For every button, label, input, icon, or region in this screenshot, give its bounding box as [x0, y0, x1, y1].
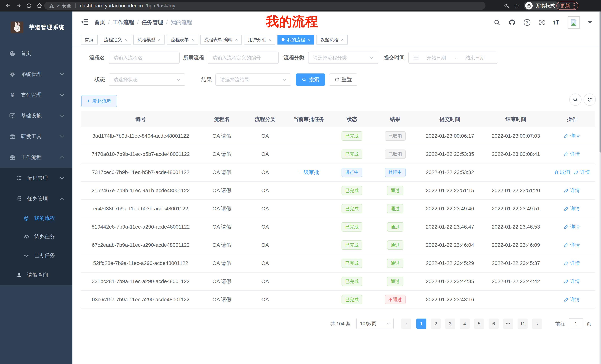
detail-link[interactable]: 详情	[564, 242, 580, 248]
sidebar-item-devtools[interactable]: 研发工具	[0, 126, 72, 147]
tab-start-process[interactable]: 发起流程	[316, 35, 348, 45]
address-bar[interactable]: 不安全 dashboard.yudao.iocoder.cn/bpm/task/…	[44, 2, 485, 10]
page-size-select[interactable]: 10条/页	[356, 318, 394, 329]
tab-user-group[interactable]: 用户分组	[244, 35, 275, 45]
toolbar-refresh-button[interactable]	[583, 94, 596, 106]
pagination-page-3[interactable]: 3	[445, 318, 455, 329]
current-task-link[interactable]: 一级审批	[299, 169, 319, 175]
close-tab-icon[interactable]	[308, 38, 310, 42]
help-icon[interactable]	[524, 19, 531, 26]
pagination-page-11[interactable]: 11	[518, 318, 528, 329]
app-logo-row[interactable]: 芋道管理系统	[0, 11, 72, 43]
sidebar-item-done-tasks[interactable]: 已办任务	[0, 246, 72, 265]
search-icon[interactable]	[494, 19, 500, 26]
result-badge: 已取消	[385, 150, 406, 159]
browser-home-icon[interactable]	[36, 3, 42, 9]
close-tab-icon[interactable]	[269, 38, 271, 42]
close-tab-icon[interactable]	[341, 38, 344, 42]
pagination-page-1[interactable]: 1	[416, 318, 426, 329]
github-icon[interactable]	[509, 19, 516, 26]
reset-button[interactable]: 重置	[329, 74, 357, 86]
start-process-button[interactable]: 发起流程	[81, 95, 117, 107]
cell-submit-time: 2022-01-22 23:53:32	[417, 169, 483, 175]
pagination-jump-input[interactable]	[569, 318, 583, 329]
cell-submit-time: 2022-01-22 23:46:04	[417, 242, 483, 248]
pagination-next-button[interactable]	[532, 318, 542, 329]
font-size-icon[interactable]	[553, 19, 559, 26]
tab-process-definition[interactable]: 流程定义	[100, 35, 131, 45]
chevron-down-icon	[369, 57, 373, 59]
close-tab-icon[interactable]	[158, 38, 160, 42]
cancel-link[interactable]: 取消	[554, 169, 570, 175]
sidebar-item-todo-tasks[interactable]: 待办任务	[0, 228, 72, 246]
process-name-input-field[interactable]	[113, 55, 175, 61]
status-select[interactable]: 请选择状态	[109, 74, 185, 86]
eye-closed-icon	[23, 252, 29, 258]
close-tab-icon[interactable]	[191, 38, 194, 42]
bookmark-star-icon[interactable]: ☆	[514, 2, 520, 10]
sidebar-item-my-processes[interactable]: 我的流程	[0, 209, 72, 228]
detail-link[interactable]: 详情	[564, 296, 580, 303]
process-definition-input-field[interactable]	[212, 55, 274, 61]
pagination-page-4[interactable]: 4	[460, 318, 470, 329]
pagination-page-6[interactable]: 6	[489, 318, 499, 329]
breadcrumb-item[interactable]: 首页	[94, 19, 105, 26]
sidebar-item-task-management[interactable]: 任务管理	[0, 188, 72, 209]
detail-link[interactable]: 详情	[564, 133, 580, 139]
active-tab-dot	[281, 38, 285, 41]
close-tab-icon[interactable]	[124, 38, 127, 42]
search-button[interactable]: 搜索	[296, 74, 325, 86]
security-warning-icon[interactable]	[49, 3, 54, 8]
sidebar-item-process-management[interactable]: 流程管理	[0, 168, 72, 188]
cancel-label: 取消	[560, 169, 570, 175]
pagination-page-5[interactable]: 5	[474, 318, 484, 329]
sidebar-item-infrastructure[interactable]: 基础设施	[0, 105, 72, 126]
status-badge: 已完成	[341, 240, 362, 250]
browser-back-icon[interactable]	[5, 3, 11, 9]
toolbar-search-toggle-button[interactable]	[569, 94, 581, 106]
tab-process-form-edit[interactable]: 流程表单-编辑	[200, 35, 242, 45]
update-label[interactable]: 更新	[560, 2, 570, 9]
result-select[interactable]: 请选择流结果	[215, 74, 291, 86]
sidebar-item-system[interactable]: 系统管理	[0, 64, 72, 85]
password-key-icon[interactable]	[504, 3, 510, 9]
security-label[interactable]: 不安全	[57, 3, 71, 9]
sidebar-item-leave-query[interactable]: 请假查询	[0, 265, 72, 285]
process-definition-input[interactable]	[208, 52, 279, 64]
detail-link[interactable]: 详情	[564, 151, 580, 157]
cell-category: OA	[243, 224, 287, 230]
browser-scrollbar-thumb[interactable]	[600, 11, 601, 153]
browser-update-button[interactable]: 更新	[556, 2, 578, 10]
cell-process-name: OA 请假	[200, 187, 243, 194]
tab-my-processes[interactable]: 我的流程	[278, 35, 314, 45]
detail-link[interactable]: 详情	[564, 278, 580, 285]
browser-forward-icon[interactable]	[16, 3, 21, 9]
breadcrumb-item[interactable]: 工作流程	[112, 19, 134, 26]
submit-time-range-picker[interactable]: 开始日期 - 结束日期	[408, 52, 497, 64]
sidebar-item-workflow[interactable]: 工作流程	[0, 147, 72, 168]
detail-link[interactable]: 详情	[564, 224, 580, 230]
pagination-prev-button[interactable]	[401, 318, 411, 329]
browser-reload-icon[interactable]	[26, 3, 32, 9]
pagination-ellipsis[interactable]: •••	[503, 318, 513, 329]
avatar-caret-icon[interactable]	[588, 21, 592, 24]
cell-current-task: 一级审批	[287, 169, 331, 176]
avatar[interactable]	[568, 16, 580, 29]
tab-process-form[interactable]: 流程表单	[167, 35, 198, 45]
sidebar-item-payment[interactable]: ¥ 支付管理	[0, 85, 72, 105]
tab-process-model[interactable]: 流程模型	[133, 35, 165, 45]
pagination-page-2[interactable]: 2	[431, 318, 441, 329]
breadcrumb-item[interactable]: 任务管理	[141, 19, 163, 26]
process-name-input[interactable]	[109, 52, 180, 64]
close-tab-icon[interactable]	[235, 38, 238, 42]
detail-link[interactable]: 详情	[564, 260, 580, 266]
detail-link[interactable]: 详情	[564, 187, 580, 194]
tab-home[interactable]: 首页	[80, 35, 98, 45]
process-category-select[interactable]: 请选择流程分类	[308, 52, 378, 64]
fullscreen-icon[interactable]	[539, 19, 545, 26]
browser-menu-icon[interactable]	[573, 3, 575, 9]
hamburger-icon[interactable]	[80, 18, 88, 26]
sidebar-item-home[interactable]: 首页	[0, 43, 72, 64]
detail-link[interactable]: 详情	[574, 169, 590, 175]
detail-link[interactable]: 详情	[564, 205, 580, 212]
